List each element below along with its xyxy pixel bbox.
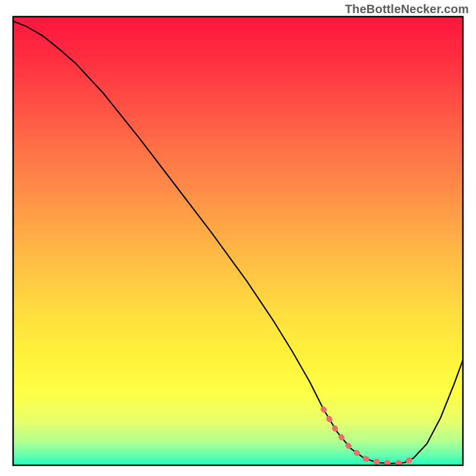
- gradient-background: [13, 17, 463, 465]
- attribution-watermark: TheBottleNecker.com: [345, 2, 469, 16]
- bottleneck-chart: TheBottleNecker.com: [0, 0, 476, 476]
- chart-svg: [0, 0, 476, 476]
